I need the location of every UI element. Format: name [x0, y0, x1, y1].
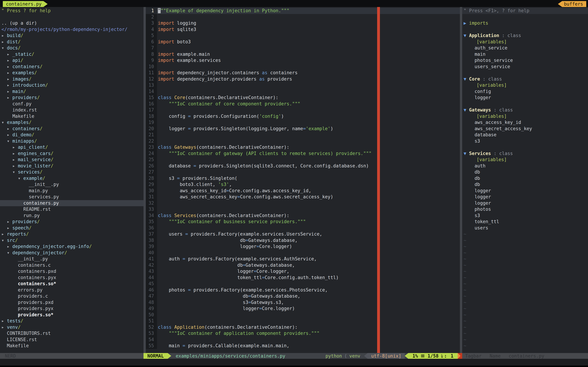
code-line[interactable]: 26 database = providers.Singleton(sqlite… — [146, 163, 460, 169]
code-line[interactable]: 51 — [146, 318, 460, 324]
nerdtree-panel[interactable]: " Press ? for help.. (up a dir)</rmoh/my… — [0, 7, 144, 353]
tree-item[interactable]: providers.so* — [0, 312, 144, 318]
code-line[interactable]: 49 logger=Core.logger) — [146, 306, 460, 312]
tree-item[interactable]: ▸_static/ — [0, 51, 144, 58]
tag-item[interactable]: [variables] — [462, 113, 588, 119]
tree-item[interactable]: containers.c — [0, 262, 144, 268]
tree-item[interactable]: ▸providers/ — [0, 219, 144, 225]
tree-item[interactable]: services.py — [0, 194, 144, 200]
code-line[interactable]: 16 """IoC container of core component pr… — [146, 101, 460, 107]
code-line[interactable]: 48 s3=Gateways.s3, — [146, 299, 460, 306]
tag-item[interactable]: [variables] — [462, 39, 588, 45]
tree-item[interactable]: __init__.py — [0, 256, 144, 262]
code-line[interactable]: 42 db=Gateways.database, — [146, 262, 460, 268]
code-line[interactable]: 8import example.main — [146, 51, 460, 58]
editor-window[interactable]: 1"""Example of dependency injection in P… — [146, 7, 460, 353]
code-line[interactable]: 15class Core(containers.DeclarativeConta… — [146, 95, 460, 101]
tree-item[interactable]: " Press ? for help — [0, 8, 144, 14]
tag-item[interactable]: [variables] — [462, 82, 588, 88]
tree-item[interactable]: ▾docs/ — [0, 45, 144, 51]
tab-buffers[interactable]: buffers — [558, 1, 586, 7]
tag-item[interactable]: photos — [462, 206, 588, 213]
code-line[interactable]: 31 aws_secret_access_key=Core.config.aws… — [146, 194, 460, 200]
tree-item[interactable]: ▸speech/ — [0, 225, 144, 231]
tree-item[interactable]: Makefile — [0, 343, 144, 349]
window-separator[interactable] — [144, 7, 146, 353]
tree-item[interactable]: run.py — [0, 213, 144, 219]
code-line[interactable]: 11import dependency_injector.containers … — [146, 70, 460, 76]
tag-item[interactable]: logger — [462, 200, 588, 206]
code-line[interactable]: 27 — [146, 169, 460, 175]
tree-item[interactable]: index.rst — [0, 107, 144, 113]
tree-item[interactable]: ▸dist/ — [0, 39, 144, 45]
tag-item[interactable]: auth — [462, 163, 588, 169]
tree-item[interactable]: ▸venv/ — [0, 324, 144, 331]
tree-item[interactable]: ▸api_client/ — [0, 144, 144, 150]
tag-item[interactable]: aws_access_key_id — [462, 119, 588, 126]
code-line[interactable]: 1"""Example of dependency injection in P… — [146, 8, 460, 14]
tree-item[interactable]: providers.pxd — [0, 299, 144, 306]
code-line[interactable]: 29 boto3.client, 's3', — [146, 181, 460, 188]
code-line[interactable]: 4import sqlite3 — [146, 26, 460, 33]
tree-item[interactable]: ▸reports/ — [0, 231, 144, 237]
code-line[interactable]: 52class Application(containers.Declarati… — [146, 324, 460, 331]
code-line[interactable]: 24 """IoC container of gateway (API clie… — [146, 150, 460, 157]
code-line[interactable]: 54 — [146, 337, 460, 343]
tree-item[interactable]: ▾examples/ — [0, 119, 144, 126]
tree-item[interactable]: ▸build/ — [0, 33, 144, 39]
code-line[interactable]: 47 db=Gateways.database, — [146, 293, 460, 299]
code-line[interactable]: 13 — [146, 82, 460, 88]
tag-item[interactable]: db — [462, 181, 588, 188]
tree-item[interactable]: ▸examples/ — [0, 70, 144, 76]
tree-item[interactable]: errors.py — [0, 287, 144, 293]
code-line[interactable]: 34class Services(containers.DeclarativeC… — [146, 213, 460, 219]
tab-containers-py[interactable]: containers.py — [3, 1, 48, 7]
tag-item[interactable]: config — [462, 88, 588, 95]
tree-item[interactable]: ▸api/ — [0, 57, 144, 64]
code-line[interactable]: 40 — [146, 250, 460, 256]
tree-item[interactable]: </rmoh/my-projects/python-dependency-inj… — [0, 26, 144, 33]
tree-item[interactable]: ▸engines_cars/ — [0, 150, 144, 157]
code-line[interactable]: 9import example.services — [146, 57, 460, 64]
tree-item[interactable]: providers.c — [0, 293, 144, 299]
tree-item[interactable]: containers.pxd — [0, 268, 144, 275]
tree-item[interactable]: LICENSE.rst — [0, 337, 144, 343]
code-line[interactable]: 28 s3 = providers.Singleton( — [146, 175, 460, 182]
tag-item[interactable]: s3 — [462, 138, 588, 144]
code-line[interactable]: 38 db=Gateways.database, — [146, 237, 460, 244]
tree-item[interactable]: ▸introduction/ — [0, 82, 144, 88]
tag-item[interactable]: ▶imports — [462, 20, 588, 26]
tag-item[interactable]: main — [462, 51, 588, 58]
tree-item[interactable]: ▾dependency_injector/ — [0, 250, 144, 256]
tag-item[interactable]: photos_service — [462, 57, 588, 64]
tree-item[interactable]: ▸main/ — [0, 88, 144, 95]
code-line[interactable]: 39 logger=Core.logger) — [146, 243, 460, 250]
tag-item[interactable]: logger — [462, 194, 588, 200]
code-line[interactable]: 53 """IoC container of application compo… — [146, 330, 460, 337]
tree-item[interactable]: ▾miniapps/ — [0, 138, 144, 144]
code-line[interactable]: 3import logging — [146, 20, 460, 26]
code-line[interactable]: 14 — [146, 88, 460, 95]
code-line[interactable]: 32 — [146, 200, 460, 206]
code-line[interactable]: 46 photos = providers.Factory(example.se… — [146, 287, 460, 293]
tree-item[interactable]: CONTRIBUTORS.rst — [0, 330, 144, 337]
tree-item[interactable]: providers.pyx — [0, 306, 144, 312]
tag-item[interactable]: ▼Core : class — [462, 76, 588, 82]
tag-item[interactable]: logger — [462, 95, 588, 101]
tag-item[interactable]: auth_service — [462, 45, 588, 51]
code-line[interactable]: 12import dependency_injector.providers a… — [146, 76, 460, 82]
tree-item[interactable]: ▾services/ — [0, 169, 144, 175]
code-line[interactable]: 37 users = providers.Factory(example.ser… — [146, 231, 460, 237]
code-line[interactable]: 41 auth = providers.Factory(example.serv… — [146, 256, 460, 262]
tree-item[interactable]: README.rst — [0, 206, 144, 213]
code-line[interactable]: 10 — [146, 64, 460, 70]
tree-item[interactable]: containers.pyx — [0, 275, 144, 281]
tree-item[interactable]: ▸mail_service/ — [0, 157, 144, 163]
code-lines[interactable]: 1"""Example of dependency injection in P… — [146, 8, 460, 349]
tree-item[interactable]: __init__.py — [0, 181, 144, 188]
tag-item[interactable]: ▼Gateways : class — [462, 107, 588, 113]
tree-item[interactable]: ▾example/ — [0, 175, 144, 182]
tag-item[interactable]: users — [462, 225, 588, 231]
tag-item[interactable]: logger — [462, 188, 588, 194]
tag-item[interactable]: aws_secret_access_key — [462, 126, 588, 132]
